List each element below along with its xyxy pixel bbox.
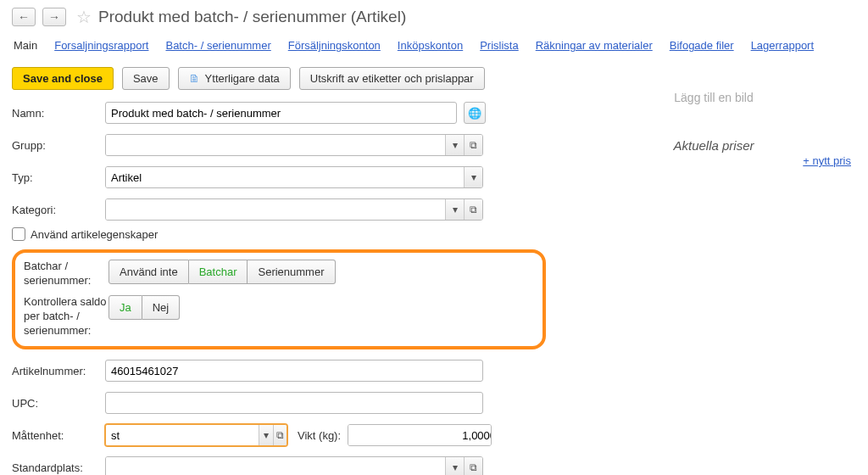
label-category: Kategori: — [12, 204, 105, 216]
label-batch-serial: Batchar / serienummer: — [24, 260, 108, 288]
default-location-dropdown[interactable]: ▾ — [445, 457, 464, 475]
label-uom: Måttenhet: — [12, 429, 105, 442]
label-group: Grupp: — [12, 139, 105, 152]
default-location-input[interactable] — [106, 457, 445, 475]
print-labels-button[interactable]: Utskrift av etiketter och prislappar — [299, 67, 485, 90]
batch-opt-none[interactable]: Använd inte — [108, 260, 189, 284]
type-combo[interactable]: ▾ — [105, 166, 483, 188]
save-button[interactable]: Save — [122, 67, 170, 90]
tab-purchase-accounts[interactable]: Inköpskonton — [398, 39, 463, 52]
balance-yes[interactable]: Ja — [108, 295, 142, 320]
uom-combo[interactable]: ▾ ⧉ — [105, 424, 287, 446]
group-input[interactable] — [106, 135, 445, 155]
use-properties-checkbox[interactable] — [12, 227, 25, 241]
use-properties-label: Använd artikelegenskaper — [31, 228, 158, 241]
batch-opt-batches[interactable]: Batchar — [189, 260, 248, 284]
new-price-link[interactable]: + nytt pris — [803, 154, 851, 167]
name-input[interactable] — [105, 102, 457, 124]
uom-input[interactable] — [106, 425, 259, 445]
back-button[interactable]: ← — [12, 8, 36, 26]
tab-sales-report[interactable]: Forsaljningsrapport — [54, 39, 148, 52]
group-dropdown[interactable]: ▾ — [445, 135, 464, 155]
label-type: Typ: — [12, 171, 105, 184]
label-upc: UPC: — [12, 397, 105, 410]
default-location-combo[interactable]: ▾ ⧉ — [105, 456, 483, 475]
tabs-bar: Main Forsaljningsrapport Batch- / serien… — [12, 36, 856, 59]
tab-main[interactable]: Main — [14, 39, 37, 52]
batch-opt-serials[interactable]: Serienummer — [248, 260, 335, 284]
label-balance: Kontrollera saldo per batch- / serienumm… — [24, 295, 108, 338]
upc-input[interactable] — [105, 392, 483, 414]
page-title: Produkt med batch- / serienummer (Artike… — [98, 8, 406, 26]
label-weight: Vikt (kg): — [298, 429, 341, 442]
extra-data-label: Ytterligare data — [205, 72, 280, 85]
label-name: Namn: — [12, 107, 105, 120]
uom-open[interactable]: ⧉ — [273, 425, 287, 445]
category-open[interactable]: ⧉ — [464, 199, 482, 220]
label-article-no: Artikelnummer: — [12, 365, 105, 377]
category-combo[interactable]: ▾ ⧉ — [105, 198, 483, 221]
type-input[interactable] — [106, 167, 464, 187]
prices-title: Aktuella priser — [673, 138, 754, 153]
balance-no[interactable]: Nej — [142, 295, 181, 320]
add-image-placeholder[interactable]: Lägg till en bild — [674, 91, 753, 104]
weight-field[interactable]: ▦ — [348, 424, 492, 446]
extra-data-button[interactable]: 🗎Ytterligare data — [178, 67, 291, 90]
batch-serial-toggle: Använd inte Batchar Serienummer — [108, 260, 336, 284]
document-icon: 🗎 — [189, 72, 200, 85]
group-combo[interactable]: ▾ ⧉ — [105, 134, 483, 156]
save-and-close-button[interactable]: Save and close — [12, 67, 114, 90]
globe-icon: 🌐 — [468, 107, 481, 120]
default-location-open[interactable]: ⧉ — [464, 457, 482, 475]
forward-button[interactable]: → — [42, 8, 66, 26]
favorite-star-icon[interactable]: ☆ — [76, 7, 92, 27]
tab-stock-report[interactable]: Lagerrapport — [751, 39, 814, 52]
label-default-location: Standardplats: — [12, 461, 105, 474]
batch-serial-highlight: Batchar / serienummer: Använd inte Batch… — [12, 249, 546, 349]
article-no-input[interactable] — [105, 360, 483, 382]
tab-batch-serial[interactable]: Batch- / serienummer — [165, 39, 270, 52]
balance-toggle: Ja Nej — [108, 295, 180, 320]
tab-attachments[interactable]: Bifogade filer — [670, 39, 734, 52]
group-open[interactable]: ⧉ — [464, 135, 482, 155]
category-dropdown[interactable]: ▾ — [445, 199, 464, 220]
tab-bom[interactable]: Räkningar av materialer — [536, 39, 653, 52]
type-dropdown[interactable]: ▾ — [464, 167, 482, 187]
tab-sales-accounts[interactable]: Försäljningskonton — [288, 39, 381, 52]
category-input[interactable] — [106, 199, 445, 220]
uom-dropdown[interactable]: ▾ — [259, 425, 273, 445]
tab-pricelist[interactable]: Prislista — [480, 39, 519, 52]
translate-button[interactable]: 🌐 — [464, 102, 486, 124]
weight-input[interactable] — [348, 425, 492, 445]
